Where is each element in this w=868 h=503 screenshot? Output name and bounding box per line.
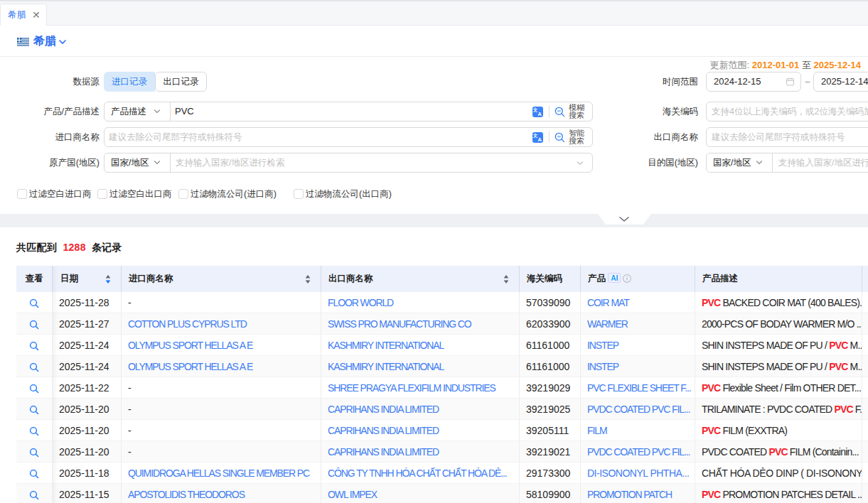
svg-text:A: A (537, 110, 542, 117)
svg-text:A: A (537, 136, 542, 142)
